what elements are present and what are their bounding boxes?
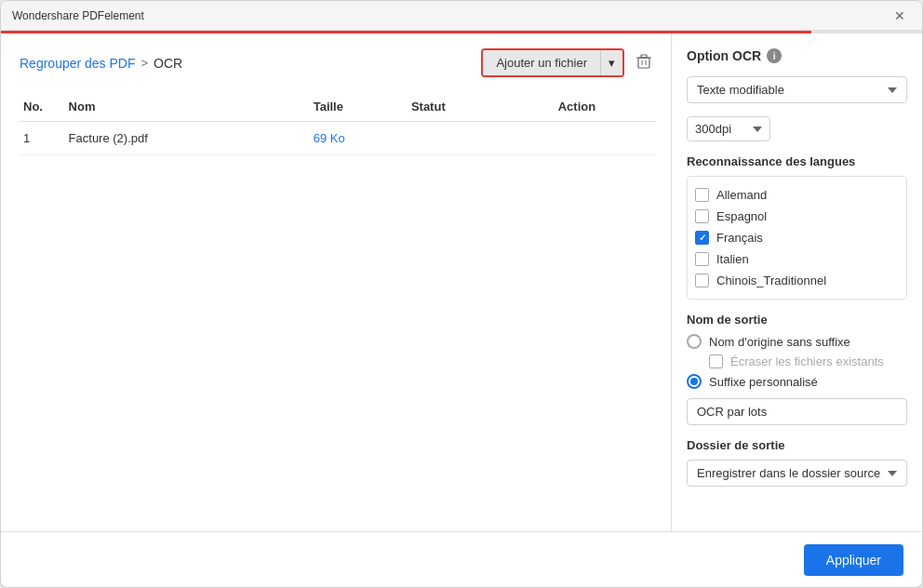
radio-origine[interactable] <box>687 334 702 349</box>
dpi-select[interactable]: 72dpi 150dpi 300dpi 600dpi <box>687 116 770 141</box>
window-title: Wondershare PDFelement <box>12 9 144 22</box>
breadcrumb-parent[interactable]: Regrouper des PDF <box>20 56 136 71</box>
language-item: Chinois_Traditionnel <box>695 270 899 291</box>
title-bar: Wondershare PDFelement ✕ <box>1 1 922 31</box>
checkbox-lang[interactable] <box>695 252 709 266</box>
add-file-button[interactable]: Ajouter un fichier <box>483 50 600 75</box>
main-content: Regrouper des PDF > OCR Ajouter un fichi… <box>1 33 922 531</box>
language-item: Italien <box>695 248 899 270</box>
lang-label: Espagnol <box>716 209 767 223</box>
language-item: Allemand <box>695 184 899 206</box>
dossier-label: Dossier de sortie <box>687 438 907 452</box>
breadcrumb: Regrouper des PDF > OCR <box>20 56 182 71</box>
add-file-btn-wrapper: Ajouter un fichier ▾ <box>481 48 624 77</box>
header-actions: Ajouter un fichier ▾ <box>481 48 656 77</box>
file-table: No. Nom Taille Statut Action 1 Facture (… <box>20 92 656 155</box>
text-mode-select[interactable]: Texte modifiable Image seulement Texte e… <box>687 76 907 103</box>
cell-no: 1 <box>20 122 69 155</box>
checkbox-lang[interactable] <box>695 274 709 287</box>
close-button[interactable]: ✕ <box>889 7 911 25</box>
language-item: Espagnol <box>695 206 899 227</box>
lang-label: Allemand <box>716 188 767 202</box>
table-row: 1 Facture (2).pdf 69 Ko <box>20 122 656 155</box>
cell-action <box>558 122 656 155</box>
left-panel: Regrouper des PDF > OCR Ajouter un fichi… <box>1 33 671 531</box>
radio-origine-label: Nom d'origine sans suffixe <box>709 335 850 349</box>
option-ocr-title: Option OCR <box>687 48 761 63</box>
checkbox-lang[interactable] <box>695 188 709 202</box>
header-row: Regrouper des PDF > OCR Ajouter un fichi… <box>20 48 656 77</box>
col-header-no: No. <box>20 92 69 122</box>
option-ocr-header: Option OCR i <box>687 48 907 63</box>
col-header-action: Action <box>558 92 656 122</box>
breadcrumb-current: OCR <box>154 56 182 71</box>
lang-label: Français <box>716 231 763 245</box>
svg-rect-0 <box>638 58 649 68</box>
add-file-dropdown-button[interactable]: ▾ <box>600 50 622 75</box>
recognition-label: Reconnaissance des langues <box>687 154 907 168</box>
info-icon[interactable]: i <box>767 48 782 63</box>
cell-statut <box>411 122 558 155</box>
ecraser-option: Écraser les fichiers existants <box>709 354 907 368</box>
breadcrumb-separator: > <box>141 56 149 70</box>
right-panel: Option OCR i Texte modifiable Image seul… <box>671 33 922 531</box>
nom-sortie-section: Nom de sortie Nom d'origine sans suffixe… <box>687 313 907 425</box>
suffix-input[interactable] <box>687 398 907 425</box>
lang-label: Italien <box>716 252 749 266</box>
radio-suffixe-label: Suffixe personnalisé <box>709 375 818 389</box>
trash-icon <box>635 53 652 70</box>
apply-button[interactable]: Appliquer <box>804 544 903 576</box>
cell-taille: 69 Ko <box>314 122 411 155</box>
svg-rect-2 <box>641 55 647 58</box>
nom-sortie-label: Nom de sortie <box>687 313 907 327</box>
checkbox-lang[interactable] <box>695 209 709 223</box>
file-table-container: No. Nom Taille Statut Action 1 Facture (… <box>20 92 656 516</box>
languages-section: Reconnaissance des langues Allemand Espa… <box>687 154 907 300</box>
radio-item-suffixe: Suffixe personnalisé <box>687 374 907 389</box>
language-item: Français <box>695 227 899 248</box>
languages-list: Allemand Espagnol Français Italien Chino… <box>687 176 907 300</box>
main-window: Wondershare PDFelement ✕ Regrouper des P… <box>0 0 923 588</box>
lang-label: Chinois_Traditionnel <box>716 274 826 287</box>
cell-nom: Facture (2).pdf <box>69 122 314 155</box>
col-header-statut: Statut <box>411 92 558 122</box>
col-header-taille: Taille <box>314 92 411 122</box>
delete-button[interactable] <box>632 49 656 76</box>
checkbox-ecraser[interactable] <box>709 354 723 368</box>
ecraser-label: Écraser les fichiers existants <box>730 354 884 368</box>
output-radio-group: Nom d'origine sans suffixe Écraser les f… <box>687 334 907 425</box>
dossier-section: Dossier de sortie Enregistrer dans le do… <box>687 438 907 487</box>
dossier-select[interactable]: Enregistrer dans le dossier source Chois… <box>687 460 907 487</box>
footer: Appliquer <box>1 531 922 587</box>
radio-item-origine: Nom d'origine sans suffixe <box>687 334 907 349</box>
radio-suffixe[interactable] <box>687 374 702 389</box>
checkbox-lang[interactable] <box>695 231 709 245</box>
col-header-nom: Nom <box>69 92 314 122</box>
